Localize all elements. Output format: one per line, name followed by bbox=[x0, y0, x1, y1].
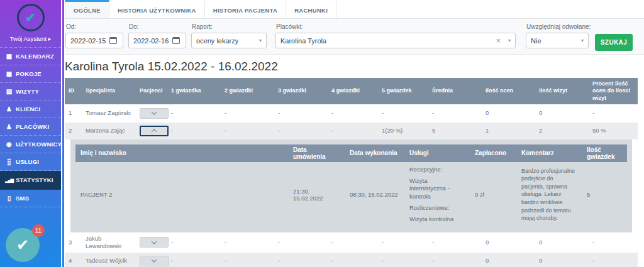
service-line: Wizyta internistyczna - kontrola bbox=[409, 177, 465, 200]
chevron-down-icon bbox=[152, 257, 157, 262]
sidebar-item-label: PLACÓWKI bbox=[16, 123, 49, 130]
cell-2-gwiazdki: - bbox=[221, 107, 274, 119]
date-to-field bbox=[128, 33, 186, 48]
list-icon: ▤ bbox=[4, 88, 14, 95]
facility-selected-value: Karolina Tyrola bbox=[280, 37, 326, 45]
cell-ilosc-ocen: 0 bbox=[482, 236, 535, 249]
comment-text: Bardzo profesjonalne podejście do pacjen… bbox=[516, 162, 582, 227]
calendar-picker-icon[interactable] bbox=[172, 37, 180, 44]
tab-historia-uzytkownika[interactable]: HISTORIA UŻYTKOWNIKA bbox=[109, 0, 205, 18]
sidebar-item-label: KALENDARZ bbox=[16, 53, 54, 60]
table-row: 1 Tomasz Zagórski - - - - - - 0 0 - bbox=[65, 104, 638, 123]
facility-label: Placówki: bbox=[276, 23, 516, 30]
clear-icon[interactable]: × bbox=[496, 36, 501, 45]
include-cancelled-select[interactable]: Nie ▾ bbox=[526, 33, 589, 48]
row-id: 4 bbox=[65, 254, 82, 267]
col-imie-nazwisko: Imię i nazwisko bbox=[75, 148, 288, 158]
sidebar-item-label: UŻYTKOWNICY bbox=[16, 141, 62, 148]
col-5-gwiazdek: 5 gwiazdek bbox=[378, 85, 428, 97]
notification-badge: 11 bbox=[32, 224, 45, 237]
logo-check-icon: ✔ bbox=[25, 10, 36, 25]
sidebar-item-uzytkownicy[interactable]: ◉ UŻYTKOWNICY bbox=[0, 136, 61, 153]
detail-row: PACJENT 2 21:30, 15.02.2022 08:30, 15.02… bbox=[75, 162, 627, 227]
cell-ilosc-wizyt: 0 bbox=[535, 236, 589, 249]
cell-3-gwiazdki: - bbox=[274, 236, 328, 249]
col-1-gwiazdka: 1 gwiazdka bbox=[167, 85, 221, 97]
assistant-fab-button[interactable]: ✔ 11 bbox=[6, 228, 40, 262]
col-ilosc-wizyt: Ilość wizyt bbox=[535, 85, 589, 97]
sidebar-item-placowki[interactable]: ♟ PLACÓWKI bbox=[0, 118, 61, 136]
cell-srednia: 5 bbox=[428, 124, 482, 137]
app-logo[interactable]: ✔ Twój Asystent ▸ bbox=[0, 0, 61, 47]
main-content: OGÓLNE HISTORIA UŻYTKOWNIKA HISTORIA PAC… bbox=[65, 0, 644, 267]
col-komentarz: Komentarz bbox=[516, 148, 582, 158]
expand-patients-button[interactable] bbox=[140, 256, 169, 266]
tab-ogolne[interactable]: OGÓLNE bbox=[65, 0, 109, 18]
service-line: Rozliczeniowe: bbox=[409, 204, 449, 212]
row-id: 2 bbox=[65, 124, 82, 137]
cell-ilosc-ocen: 0 bbox=[482, 254, 535, 267]
table-row-expanded: 2 Marzena Zając - - - - 1(20 %) 5 1 2 50… bbox=[65, 123, 638, 139]
sidebar-item-wizyty[interactable]: ▤ WIZYTY bbox=[0, 83, 61, 101]
sidebar: ✔ Twój Asystent ▸ ▦ KALENDARZ ▦ POKOJE ▤… bbox=[0, 0, 61, 267]
cell-ilosc-wizyt: 0 bbox=[535, 254, 589, 267]
report-selected-value: oceny lekarzy bbox=[196, 37, 238, 45]
sidebar-item-statystyki[interactable]: ▂▄▆ STATYSTYKI bbox=[0, 171, 61, 190]
assistant-label[interactable]: Twój Asystent ▸ bbox=[0, 35, 61, 47]
services-list: Recepcyjne: Wizyta internistyczna - kont… bbox=[404, 162, 470, 227]
expand-patients-button[interactable] bbox=[140, 108, 169, 119]
table-row: 3 Jakub Lewandowski - - - - - - 0 0 - bbox=[65, 232, 638, 253]
facility-select[interactable]: Karolina Tyrola × ▾ bbox=[275, 33, 516, 48]
cell-procent: - bbox=[589, 107, 638, 119]
col-uslugi: Usługi bbox=[404, 148, 470, 158]
tab-rachunki[interactable]: RACHUNKI bbox=[286, 0, 336, 18]
row-id: 3 bbox=[65, 236, 82, 249]
logo-circle: ✔ bbox=[17, 4, 45, 31]
chevron-down-icon bbox=[152, 110, 157, 115]
date-to-label: Do: bbox=[129, 23, 186, 30]
date-from-input[interactable] bbox=[70, 37, 109, 45]
col-ilosc-ocen: Ilość ocen bbox=[482, 85, 535, 97]
search-button[interactable]: SZUKAJ bbox=[595, 34, 633, 51]
tab-historia-pacjenta[interactable]: HISTORIA PACJENTA bbox=[205, 0, 286, 18]
sidebar-item-kalendarz[interactable]: ▦ KALENDARZ bbox=[0, 48, 61, 65]
sidebar-item-klienci[interactable]: ♟ KLIENCI bbox=[0, 101, 61, 118]
cell-3-gwiazdki: - bbox=[274, 107, 328, 119]
chevron-down-icon bbox=[152, 239, 157, 244]
sidebar-item-sms[interactable]: ▯ SMS bbox=[0, 190, 61, 207]
phone-icon: ▯ bbox=[4, 195, 14, 202]
sidebar-item-label: WIZYTY bbox=[16, 88, 39, 95]
specialist-name: Tomasz Zagórski bbox=[82, 107, 136, 119]
expand-patients-button[interactable] bbox=[140, 237, 169, 248]
cell-5-gwiazdek: - bbox=[378, 254, 428, 267]
report-select[interactable]: oceny lekarzy ▾ bbox=[191, 33, 267, 48]
cell-5-gwiazdek: - bbox=[378, 107, 428, 119]
sidebar-item-label: USŁUGI bbox=[16, 158, 39, 165]
calendar-picker-icon[interactable] bbox=[109, 37, 117, 44]
cell-5-gwiazdek: - bbox=[378, 236, 428, 249]
date-from-label: Od: bbox=[66, 23, 123, 30]
collapse-patients-button[interactable] bbox=[140, 126, 169, 136]
person-add-icon: ♟ bbox=[4, 123, 14, 130]
service-line: Recepcyjne: bbox=[409, 166, 442, 173]
col-data-umowienia: Data umówienia bbox=[288, 144, 345, 162]
cell-3-gwiazdki: - bbox=[274, 124, 328, 137]
table-row: 4 Tadeusz Wójcik - - - - - - 0 0 - bbox=[65, 253, 638, 267]
chevron-down-icon: ▾ bbox=[259, 38, 262, 43]
chart-icon: ▂▄▆ bbox=[4, 178, 14, 183]
sidebar-item-label: STATYSTYKI bbox=[16, 177, 53, 183]
col-ilosc-gwiazdek: Ilość gwiazdek bbox=[582, 144, 627, 162]
sidebar-item-uslugi[interactable]: ⣿ USŁUGI bbox=[0, 153, 61, 171]
cell-ilosc-ocen: 1 bbox=[482, 124, 535, 137]
col-zaplacono: Zapłacono bbox=[470, 148, 516, 158]
chevron-down-icon: ▾ bbox=[508, 38, 511, 43]
page-title: Karolina Tyrola 15.02.2022 - 16.02.2022 bbox=[65, 60, 644, 74]
service-line: Wizyta kontrolna bbox=[409, 215, 453, 223]
sidebar-item-pokoje[interactable]: ▦ POKOJE bbox=[0, 65, 61, 83]
report-label: Raport: bbox=[192, 23, 267, 30]
cell-procent: 50 % bbox=[589, 124, 638, 137]
cell-1-gwiazdka: - bbox=[167, 107, 221, 119]
chevron-down-icon: ▾ bbox=[581, 38, 584, 43]
col-4-gwiazdki: 4 gwiazdki bbox=[328, 85, 378, 97]
date-to-input[interactable] bbox=[133, 37, 172, 45]
